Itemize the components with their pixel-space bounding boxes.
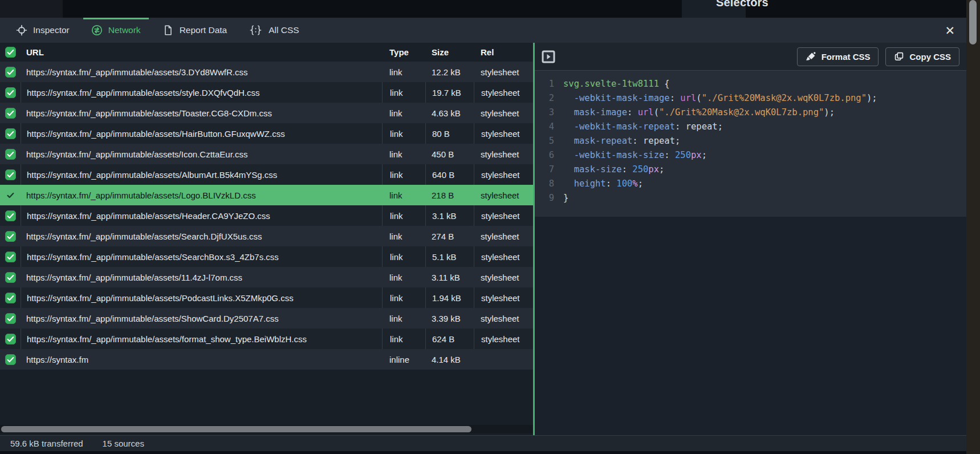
cell-type: link — [382, 123, 425, 144]
cell-rel: stylesheet — [474, 329, 533, 349]
table-row[interactable]: https://syntax.fminline4.14 kB — [0, 349, 533, 370]
tab-list: InspectorNetworkReport DataAll CSS — [8, 18, 313, 43]
page-scrollbar[interactable] — [966, 0, 980, 454]
cell-size: 3.11 kB — [425, 267, 474, 287]
table-row[interactable]: https://syntax.fm/_app/immutable/assets/… — [0, 287, 533, 308]
tab-report-data[interactable]: Report Data — [154, 18, 235, 43]
table-row[interactable]: https://syntax.fm/_app/immutable/assets/… — [0, 267, 533, 287]
line-number: 6 — [539, 148, 554, 163]
cell-size: 624 B — [425, 329, 474, 349]
checkbox-icon — [5, 252, 16, 262]
line-number: 1 — [539, 77, 554, 91]
table-row[interactable]: https://syntax.fm/_app/immutable/assets/… — [0, 226, 533, 246]
row-checkbox[interactable] — [0, 349, 21, 370]
table-row[interactable]: https://syntax.fm/_app/immutable/assets/… — [0, 308, 533, 329]
network-icon — [91, 25, 103, 36]
css-code: 1svg.svelte-1tw8111 {2 -webkit-mask-imag… — [535, 71, 966, 217]
cell-url: https://syntax.fm/_app/immutable/assets/… — [21, 205, 382, 226]
code-line: 8 height: 100%; — [539, 177, 957, 191]
checkbox-icon — [5, 149, 16, 160]
code-line: 2 -webkit-mask-image: url("./Grit%20Mask… — [539, 91, 957, 106]
checkbox-icon — [5, 128, 16, 139]
row-checkbox[interactable] — [0, 246, 21, 267]
row-checkbox[interactable] — [0, 308, 21, 329]
row-checkbox[interactable] — [0, 123, 21, 144]
cell-type: link — [382, 226, 425, 246]
line-number: 8 — [539, 177, 554, 191]
cell-type: inline — [382, 349, 425, 370]
page-scrollbar-thumb[interactable] — [969, 0, 977, 44]
tab-network[interactable]: Network — [83, 18, 149, 43]
cell-url: https://syntax.fm/_app/immutable/assets/… — [21, 226, 382, 246]
cell-type: link — [382, 205, 425, 226]
copy-css-button[interactable]: Copy CSS — [885, 47, 959, 66]
table-row[interactable]: https://syntax.fm/_app/immutable/assets/… — [0, 123, 533, 144]
cell-rel: stylesheet — [474, 144, 533, 164]
expand-panel-button[interactable] — [542, 50, 555, 63]
cell-type: link — [382, 267, 425, 287]
row-checkbox[interactable] — [0, 62, 21, 82]
cell-size: 1.94 kB — [425, 287, 474, 308]
table-row[interactable]: https://syntax.fm/_app/immutable/assets/… — [0, 144, 533, 164]
cell-rel: stylesheet — [474, 246, 533, 267]
cell-rel: stylesheet — [474, 185, 533, 205]
table-row[interactable]: https://syntax.fm/_app/immutable/assets/… — [0, 329, 533, 349]
cell-size: 12.2 kB — [425, 62, 474, 82]
close-button[interactable]: ✕ — [941, 22, 958, 39]
table-row[interactable]: https://syntax.fm/_app/immutable/assets/… — [0, 246, 533, 267]
row-checkbox[interactable] — [0, 164, 21, 185]
tab-bar: InspectorNetworkReport DataAll CSS ✕ — [0, 18, 966, 43]
row-checkbox[interactable] — [0, 82, 21, 103]
css-viewer-panel: Format CSS Copy CSS 1svg.svelte-1tw8111 … — [535, 43, 966, 435]
code-line: 6 -webkit-mask-size: 250px; — [539, 148, 957, 163]
row-checkbox[interactable] — [0, 144, 21, 164]
cell-type: link — [382, 82, 425, 103]
row-checkbox[interactable] — [0, 226, 21, 246]
row-checkbox[interactable] — [0, 205, 21, 226]
format-css-label: Format CSS — [822, 52, 871, 62]
cell-type: link — [382, 103, 425, 123]
cell-rel: stylesheet — [474, 103, 533, 123]
cell-size: 5.1 kB — [425, 246, 474, 267]
cell-type: link — [382, 287, 425, 308]
row-checkbox[interactable] — [0, 267, 21, 287]
page-background-block — [0, 0, 63, 18]
cell-url: https://syntax.fm/_app/immutable/assets/… — [21, 267, 382, 287]
tab-all-css[interactable]: All CSS — [241, 18, 307, 43]
cell-size: 218 B — [425, 185, 474, 205]
cell-size: 450 B — [425, 144, 474, 164]
table-row[interactable]: https://syntax.fm/_app/immutable/assets/… — [0, 164, 533, 185]
cell-url: https://syntax.fm/_app/immutable/assets/… — [21, 246, 382, 267]
row-checkbox[interactable] — [0, 329, 21, 349]
row-checkbox[interactable] — [0, 185, 21, 205]
sources-count: 15 sources — [103, 439, 144, 448]
format-css-button[interactable]: Format CSS — [797, 47, 879, 66]
table-row[interactable]: https://syntax.fm/_app/immutable/assets/… — [0, 62, 533, 82]
row-checkbox[interactable] — [0, 287, 21, 308]
code-line: 1svg.svelte-1tw8111 { — [539, 77, 957, 91]
table-row[interactable]: https://syntax.fm/_app/immutable/assets/… — [0, 185, 533, 205]
table-row[interactable]: https://syntax.fm/_app/immutable/assets/… — [0, 82, 533, 103]
cell-type: link — [382, 62, 425, 82]
horizontal-scrollbar-thumb[interactable] — [1, 426, 471, 432]
table-row[interactable]: https://syntax.fm/_app/immutable/assets/… — [0, 103, 533, 123]
code-line: 3 mask-image: url("./Grit%20Mask@2x.wqK0… — [539, 106, 957, 120]
page-selectors-heading: Selectors — [716, 0, 768, 9]
close-icon: ✕ — [945, 24, 955, 37]
cell-size: 274 B — [425, 226, 474, 246]
tab-label: Report Data — [180, 25, 227, 35]
table-row[interactable]: https://syntax.fm/_app/immutable/assets/… — [0, 205, 533, 226]
network-panel: URL Type Size Rel https://syntax.fm/_app… — [0, 43, 533, 435]
tab-inspector[interactable]: Inspector — [8, 18, 78, 43]
cell-size: 640 B — [425, 164, 474, 185]
code-line: 4 -webkit-mask-repeat: repeat; — [539, 120, 957, 134]
cell-size: 3.1 kB — [425, 205, 474, 226]
table-empty-area — [0, 370, 533, 425]
cell-url: https://syntax.fm/_app/immutable/assets/… — [21, 82, 382, 103]
css-viewer-toolbar: Format CSS Copy CSS — [535, 43, 966, 71]
select-all-checkbox[interactable] — [0, 43, 21, 62]
cell-url: https://syntax.fm — [21, 349, 382, 370]
checkbox-icon — [5, 334, 16, 344]
horizontal-scrollbar[interactable] — [0, 425, 533, 433]
row-checkbox[interactable] — [0, 103, 21, 123]
